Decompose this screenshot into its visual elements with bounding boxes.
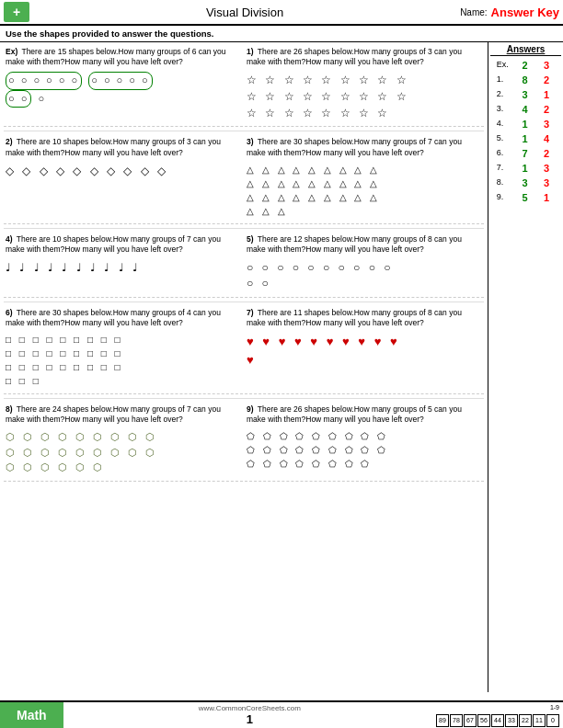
footer-url: www.CommonCoreSheets.com	[63, 704, 436, 712]
answer-row-9: 9. 5 1	[490, 190, 561, 205]
answer-row-4: 4. 1 3	[490, 117, 561, 131]
answer-row-3: 3. 4 2	[490, 102, 561, 117]
question-1: 1) There are 26 shapes below.How many gr…	[245, 44, 484, 127]
answer-1-a: 8	[516, 74, 533, 85]
answers-title: Answers	[490, 44, 561, 56]
score-56: 56	[477, 714, 490, 728]
answer-ex-b: 3	[538, 60, 555, 71]
score-44: 44	[491, 714, 504, 728]
scores-label: 1-9	[436, 703, 559, 713]
footer-scores-area: 1-9 89 78 67 56 44 33 22 11 0	[436, 703, 563, 727]
instruction-text: Use the shapes provided to answer the qu…	[0, 26, 563, 42]
answer-5-a: 1	[516, 133, 533, 144]
answer-8-b: 3	[538, 177, 555, 188]
answer-8-a: 3	[516, 177, 533, 188]
page-title: Visual Division	[29, 6, 460, 19]
question-4-text: 4) There are 10 shapes below.How many gr…	[6, 234, 241, 255]
answer-3-b: 2	[538, 104, 555, 115]
questions-area: Ex) There are 15 shapes below.How many g…	[0, 42, 488, 692]
score-11: 11	[533, 714, 546, 728]
score-78: 78	[450, 714, 463, 728]
question-5-text: 5) There are 12 shapes below.How many gr…	[247, 234, 482, 255]
question-2-text: 2) There are 10 shapes below.How many gr…	[6, 137, 241, 157]
logo-symbol: +	[13, 5, 20, 19]
answer-label-7: 7.	[497, 163, 511, 174]
footer-scores: 89 78 67 56 44 33 22 11 0	[436, 714, 559, 728]
question-9-shapes: ⬠ ⬠ ⬠ ⬠ ⬠ ⬠ ⬠ ⬠ ⬠ ⬠ ⬠ ⬠ ⬠ ⬠ ⬠ ⬠ ⬠ ⬠ ⬠ ⬠ …	[247, 427, 482, 473]
answer-7-b: 3	[538, 163, 555, 174]
answer-3-a: 4	[516, 104, 533, 115]
question-1-text: 1) There are 26 shapes below.How many gr…	[247, 47, 482, 67]
score-22: 22	[519, 714, 532, 728]
answer-label-3: 3.	[497, 104, 511, 115]
question-6-shapes: □ □ □ □ □ □ □ □ □ □ □ □ □ □ □ □ □ □ □ □ …	[6, 331, 241, 391]
question-3: 3) There are 30 shapes below.How many gr…	[245, 134, 484, 223]
answer-key-label: Answer Key	[491, 6, 559, 19]
answer-ex-a: 2	[516, 60, 533, 71]
answer-9-a: 5	[516, 192, 533, 203]
answer-4-b: 3	[538, 119, 555, 130]
answer-label-1: 1.	[497, 74, 511, 85]
answer-6-a: 7	[516, 148, 533, 159]
logo: +	[4, 2, 29, 22]
answer-9-b: 1	[538, 192, 555, 203]
main-content: Ex) There are 15 shapes below.How many g…	[0, 42, 563, 692]
answer-2-b: 1	[538, 89, 555, 100]
question-ex-shapes: ○ ○ ○ ○ ○ ○ ○ ○ ○ ○ ○ ○ ○ ○	[6, 70, 241, 109]
question-4: 4) There are 10 shapes below.How many gr…	[4, 232, 243, 299]
question-6: 6) There are 30 shapes below.How many gr…	[4, 305, 243, 394]
answer-row-6: 6. 7 2	[490, 146, 561, 161]
question-9: 9) There are 26 shapes below.How many gr…	[245, 402, 484, 481]
question-8: 8) There are 24 shapes below.How many gr…	[4, 402, 243, 481]
question-2-shapes: ◇ ◇ ◇ ◇ ◇ ◇ ◇ ◇ ◇ ◇	[6, 161, 241, 182]
score-33: 33	[505, 714, 518, 728]
answer-label-8: 8.	[497, 177, 511, 188]
question-7-shapes: ♥ ♥ ♥ ♥ ♥ ♥ ♥ ♥ ♥ ♥ ♥	[247, 331, 482, 370]
question-8-shapes: ⬡ ⬡ ⬡ ⬡ ⬡ ⬡ ⬡ ⬡ ⬡ ⬡ ⬡ ⬡ ⬡ ⬡ ⬡ ⬡ ⬡ ⬡ ⬡ ⬡ …	[6, 427, 241, 477]
score-0: 0	[546, 714, 559, 728]
question-ex-text: Ex) There are 15 shapes below.How many g…	[6, 47, 241, 67]
question-9-text: 9) There are 26 shapes below.How many gr…	[247, 404, 482, 425]
answer-label-4: 4.	[497, 119, 511, 130]
answer-sidebar: Answers Ex. 2 3 1. 8 2 2. 3 1 3. 4 2 4. …	[488, 42, 563, 692]
answer-label-6: 6.	[497, 148, 511, 159]
question-3-text: 3) There are 30 shapes below.How many gr…	[247, 137, 482, 157]
answer-label-2: 2.	[497, 89, 511, 100]
answer-4-a: 1	[516, 119, 533, 130]
question-7-text: 7) There are 11 shapes below.How many gr…	[247, 308, 482, 328]
page-footer: Math www.CommonCoreSheets.com 1 1-9 89 7…	[0, 700, 563, 728]
answer-7-a: 1	[516, 163, 533, 174]
answer-row-8: 8. 3 3	[490, 176, 561, 190]
question-5-shapes: ○ ○ ○ ○ ○ ○ ○ ○ ○ ○ ○ ○	[247, 257, 482, 295]
question-3-shapes: △ △ △ △ △ △ △ △ △ △ △ △ △ △ △ △ △ △ △ △ …	[247, 161, 482, 221]
question-ex: Ex) There are 15 shapes below.How many g…	[4, 44, 243, 127]
question-2: 2) There are 10 shapes below.How many gr…	[4, 134, 243, 223]
answer-row-1: 1. 8 2	[490, 73, 561, 87]
answer-row-7: 7. 1 3	[490, 161, 561, 176]
footer-math-label: Math	[0, 702, 63, 728]
question-7: 7) There are 11 shapes below.How many gr…	[245, 305, 484, 394]
footer-center: www.CommonCoreSheets.com 1	[63, 704, 436, 726]
answer-5-b: 4	[538, 133, 555, 144]
score-89: 89	[436, 714, 449, 728]
question-8-text: 8) There are 24 shapes below.How many gr…	[6, 404, 241, 425]
answer-row-2: 2. 3 1	[490, 87, 561, 102]
question-4-shapes: ♩ ♩ ♩ ♩ ♩ ♩ ♩ ♩ ♩ ♩	[6, 257, 241, 279]
question-1-shapes: ☆ ☆ ☆ ☆ ☆ ☆ ☆ ☆ ☆ ☆ ☆ ☆ ☆ ☆ ☆ ☆ ☆ ☆ ☆ ☆ …	[247, 70, 482, 123]
answer-row-5: 5. 1 4	[490, 131, 561, 146]
answer-label-9: 9.	[497, 192, 511, 203]
score-67: 67	[464, 714, 477, 728]
question-5: 5) There are 12 shapes below.How many gr…	[245, 232, 484, 299]
page-header: + Visual Division Name: Answer Key	[0, 0, 563, 26]
footer-page: 1	[247, 712, 253, 726]
name-label: Name:	[460, 7, 487, 17]
answer-row-ex: Ex. 2 3	[490, 58, 561, 73]
answer-label-ex: Ex.	[497, 60, 511, 71]
question-6-text: 6) There are 30 shapes below.How many gr…	[6, 308, 241, 328]
answer-6-b: 2	[538, 148, 555, 159]
answer-1-b: 2	[538, 74, 555, 85]
answer-label-5: 5.	[497, 133, 511, 144]
answer-2-a: 3	[516, 89, 533, 100]
